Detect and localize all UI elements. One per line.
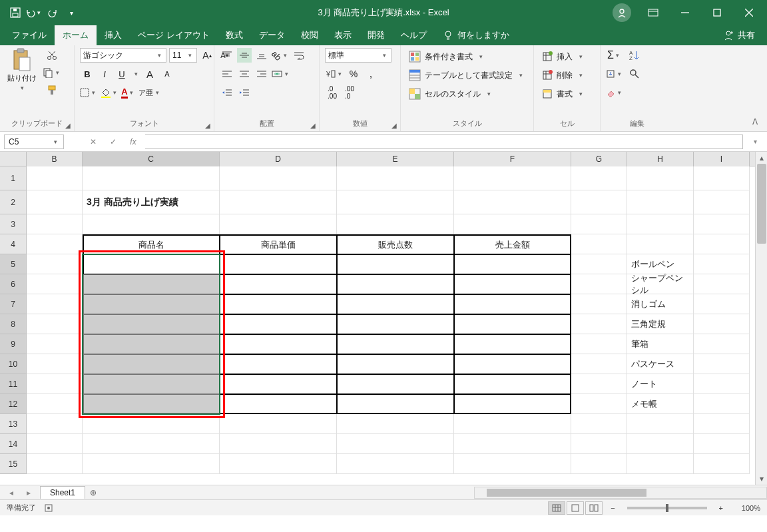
- sheet-tab-sheet1[interactable]: Sheet1: [40, 486, 85, 499]
- cell-B2[interactable]: [27, 190, 83, 214]
- cell-H1[interactable]: [627, 166, 694, 190]
- italic-button[interactable]: I: [97, 67, 112, 81]
- align-top-button[interactable]: [220, 48, 234, 63]
- cell-E3[interactable]: [337, 214, 454, 234]
- cell-F11[interactable]: [454, 374, 571, 394]
- add-sheet-button[interactable]: ⊕: [85, 488, 101, 497]
- row-header-15[interactable]: 15: [0, 454, 27, 474]
- undo-button[interactable]: ▾: [25, 4, 43, 21]
- cell-F13[interactable]: [454, 414, 571, 434]
- cell-G9[interactable]: [571, 334, 627, 354]
- cell-F3[interactable]: [454, 214, 571, 234]
- cell-E1[interactable]: [337, 166, 454, 190]
- clipboard-dialog-launcher[interactable]: ◢: [63, 121, 73, 130]
- cell-F10[interactable]: [454, 354, 571, 374]
- row-header-13[interactable]: 13: [0, 414, 27, 434]
- cell-I7[interactable]: [694, 294, 750, 314]
- cell-B8[interactable]: [27, 314, 83, 334]
- cell-E8[interactable]: [337, 314, 454, 334]
- cell-D7[interactable]: [220, 294, 337, 314]
- align-center-button[interactable]: [237, 67, 252, 81]
- cell-F14[interactable]: [454, 434, 571, 454]
- cell-D14[interactable]: [220, 434, 337, 454]
- share-button[interactable]: 共有: [715, 29, 767, 45]
- cell-styles-button[interactable]: セルのスタイル▾: [406, 85, 527, 103]
- cell-G13[interactable]: [571, 414, 627, 434]
- cell-H11[interactable]: ノート: [627, 374, 694, 394]
- cell-I2[interactable]: [694, 190, 750, 214]
- row-header-3[interactable]: 3: [0, 214, 27, 234]
- cell-H6[interactable]: シャープペンシル: [627, 274, 694, 294]
- cell-B12[interactable]: [27, 394, 83, 414]
- cell-B15[interactable]: [27, 454, 83, 474]
- row-header-10[interactable]: 10: [0, 354, 27, 374]
- sheet-nav[interactable]: ◂▸: [0, 488, 40, 497]
- cell-H14[interactable]: [627, 434, 694, 454]
- font-size-combo[interactable]: 11▾: [169, 48, 197, 63]
- tab-ホーム[interactable]: ホーム: [55, 25, 97, 45]
- col-header-D[interactable]: D: [220, 152, 337, 166]
- cell-D3[interactable]: [220, 214, 337, 234]
- macro-record-icon[interactable]: [44, 503, 53, 513]
- tab-数式[interactable]: 数式: [218, 25, 251, 45]
- col-header-H[interactable]: H: [627, 152, 694, 166]
- cell-B3[interactable]: [27, 214, 83, 234]
- find-select-button[interactable]: [627, 67, 642, 81]
- cell-I8[interactable]: [694, 314, 750, 334]
- underline-button[interactable]: U: [115, 67, 129, 81]
- conditional-formatting-button[interactable]: 条件付き書式▾: [406, 48, 527, 65]
- format-cells-button[interactable]: 書式▾: [539, 85, 587, 103]
- cell-I3[interactable]: [694, 214, 750, 234]
- cell-D4[interactable]: 商品単価: [220, 234, 337, 254]
- cell-B4[interactable]: [27, 234, 83, 254]
- font-name-combo[interactable]: 游ゴシック▾: [80, 48, 166, 63]
- cell-B14[interactable]: [27, 434, 83, 454]
- cell-C15[interactable]: [83, 454, 220, 474]
- cell-G4[interactable]: [571, 234, 627, 254]
- cell-F2[interactable]: [454, 190, 571, 214]
- select-all-corner[interactable]: [0, 152, 27, 166]
- accounting-format-button[interactable]: ¥▾: [325, 67, 344, 81]
- cut-button[interactable]: [43, 48, 61, 63]
- cell-E9[interactable]: [337, 334, 454, 354]
- copy-button[interactable]: ▾: [43, 65, 61, 80]
- delete-cells-button[interactable]: 削除▾: [539, 67, 587, 84]
- row-header-6[interactable]: 6: [0, 274, 27, 294]
- tab-表示[interactable]: 表示: [326, 25, 360, 45]
- row-header-8[interactable]: 8: [0, 314, 27, 334]
- cell-I5[interactable]: [694, 254, 750, 274]
- increase-font-button[interactable]: A▴: [200, 48, 214, 63]
- cell-E6[interactable]: [337, 274, 454, 294]
- cell-C2[interactable]: 3月 商品売り上げ実績: [83, 190, 220, 214]
- cell-H8[interactable]: 三角定規: [627, 314, 694, 334]
- cell-H7[interactable]: 消しゴム: [627, 294, 694, 314]
- cell-I4[interactable]: [694, 234, 750, 254]
- cell-B13[interactable]: [27, 414, 83, 434]
- ribbon-display-options[interactable]: [638, 0, 668, 25]
- fill-button[interactable]: ▾: [606, 67, 623, 81]
- comma-button[interactable]: ,: [364, 67, 378, 81]
- page-break-view-button[interactable]: [585, 501, 603, 515]
- row-header-7[interactable]: 7: [0, 294, 27, 314]
- format-painter-button[interactable]: [43, 83, 61, 97]
- cell-G11[interactable]: [571, 374, 627, 394]
- decrease-indent-button[interactable]: [220, 85, 234, 100]
- account-button[interactable]: [613, 3, 631, 22]
- align-left-button[interactable]: [220, 67, 234, 81]
- row-header-12[interactable]: 12: [0, 394, 27, 414]
- cell-E15[interactable]: [337, 454, 454, 474]
- clear-button[interactable]: ▾: [606, 85, 623, 100]
- wrap-text-button[interactable]: [292, 48, 306, 63]
- cell-E11[interactable]: [337, 374, 454, 394]
- paste-button[interactable]: 貼り付け ▾: [5, 48, 39, 91]
- cell-G14[interactable]: [571, 434, 627, 454]
- row-header-14[interactable]: 14: [0, 434, 27, 454]
- percent-button[interactable]: %: [346, 67, 361, 81]
- cell-G1[interactable]: [571, 166, 627, 190]
- format-as-table-button[interactable]: テーブルとして書式設定▾: [406, 67, 527, 84]
- fx-button[interactable]: fx: [125, 134, 141, 149]
- col-header-I[interactable]: I: [694, 152, 750, 166]
- row-header-2[interactable]: 2: [0, 190, 27, 214]
- redo-button[interactable]: [44, 4, 61, 21]
- cell-I6[interactable]: [694, 274, 750, 294]
